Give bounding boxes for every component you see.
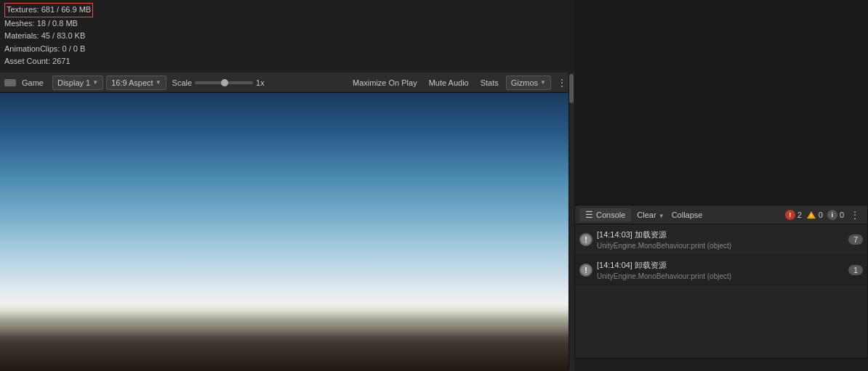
badge-group: ! 2 ! 0 i 0 <box>785 210 844 220</box>
info-badge: i 0 <box>827 210 844 220</box>
console-more-button[interactable]: ⋮ <box>847 209 863 221</box>
clear-button[interactable]: Clear ▼ <box>634 209 667 221</box>
textures-value: Textures: 681 / 66.9 MB <box>4 3 93 17</box>
error-badge-icon: ! <box>785 210 795 220</box>
textures-stat: Textures: 681 / 66.9 MB <box>4 3 570 17</box>
console-item-text: [14:14:04] 卸载资源UnityEngine.MonoBehaviour… <box>597 260 844 280</box>
console-item-sub: UnityEngine.MonoBehaviour:print (object) <box>597 242 844 250</box>
game-toolbar-more-button[interactable]: ⋮ <box>554 76 570 90</box>
console-panel: ☰ Console Clear ▼ Collapse ! 2 ! <box>574 205 868 371</box>
svg-text:!: ! <box>811 213 812 219</box>
scale-area: Scale 1x <box>172 78 265 87</box>
clear-chevron-icon: ▼ <box>659 213 664 219</box>
console-list: ![14:14:03] 加载资源UnityEngine.MonoBehaviou… <box>575 224 867 370</box>
game-toolbar: Game Display 1 ▼ 16:9 Aspect ▼ Scale 1x … <box>0 73 574 93</box>
console-item-count: 7 <box>848 235 863 245</box>
console-item-title: [14:14:04] 卸载资源 <box>597 260 844 271</box>
error-count: 2 <box>797 211 802 219</box>
animation-clips-stat: AnimationClips: 0 / 0 B <box>4 43 570 56</box>
console-tab[interactable]: ☰ Console <box>579 208 631 221</box>
collapse-button[interactable]: Collapse <box>669 209 706 221</box>
display-dropdown[interactable]: Display 1 ▼ <box>52 76 103 90</box>
console-actions: Clear ▼ Collapse <box>634 209 705 221</box>
game-view <box>0 93 574 371</box>
warning-badge-icon: ! <box>806 211 816 219</box>
mute-audio-button[interactable]: Mute Audio <box>425 77 473 89</box>
game-tab-label: Game <box>22 78 44 87</box>
stats-button[interactable]: Stats <box>476 77 503 89</box>
warning-count: 0 <box>819 211 823 219</box>
error-badge: ! 2 <box>785 210 802 220</box>
gizmos-dropdown[interactable]: Gizmos ▼ <box>506 76 551 90</box>
console-tab-label: Console <box>596 211 625 219</box>
game-tab-icon <box>4 79 16 86</box>
left-top-panel <box>574 0 868 205</box>
warning-badge: ! 0 <box>806 211 823 219</box>
console-item-text: [14:14:03] 加载资源UnityEngine.MonoBehaviour… <box>597 229 844 250</box>
console-toolbar: ☰ Console Clear ▼ Collapse ! 2 ! <box>575 205 867 224</box>
scale-slider-thumb <box>221 79 228 86</box>
console-item-icon: ! <box>579 233 592 246</box>
info-count: 0 <box>840 211 844 219</box>
console-list-item[interactable]: ![14:14:04] 卸载资源UnityEngine.MonoBehaviou… <box>575 255 867 285</box>
console-item-count: 1 <box>848 265 863 275</box>
aspect-chevron-icon: ▼ <box>156 79 161 86</box>
maximize-on-play-button[interactable]: Maximize On Play <box>348 77 422 89</box>
info-badge-icon: i <box>827 210 837 220</box>
scrollbar-thumb <box>569 74 574 103</box>
console-item-title: [14:14:03] 加载资源 <box>597 229 844 240</box>
sky-gradient <box>0 93 574 371</box>
gizmos-chevron-icon: ▼ <box>540 79 546 86</box>
asset-count-stat: Asset Count: 2671 <box>4 55 570 68</box>
console-tab-icon: ☰ <box>585 210 593 220</box>
display-chevron-icon: ▼ <box>92 79 98 86</box>
meshes-stat: Meshes: 18 / 0.8 MB <box>4 17 570 30</box>
vertical-scrollbar[interactable] <box>568 73 574 371</box>
scale-slider[interactable] <box>195 81 253 84</box>
console-list-item[interactable]: ![14:14:03] 加载资源UnityEngine.MonoBehaviou… <box>575 224 867 255</box>
materials-stat: Materials: 45 / 83.0 KB <box>4 30 570 43</box>
scale-label: Scale <box>172 78 193 87</box>
stats-bar: Textures: 681 / 66.9 MB Meshes: 18 / 0.8… <box>0 0 574 71</box>
bottom-bar <box>574 358 868 371</box>
console-item-icon: ! <box>579 264 592 277</box>
console-item-sub: UnityEngine.MonoBehaviour:print (object) <box>597 272 844 280</box>
scale-value: 1x <box>256 78 265 87</box>
aspect-dropdown[interactable]: 16:9 Aspect ▼ <box>106 76 166 90</box>
